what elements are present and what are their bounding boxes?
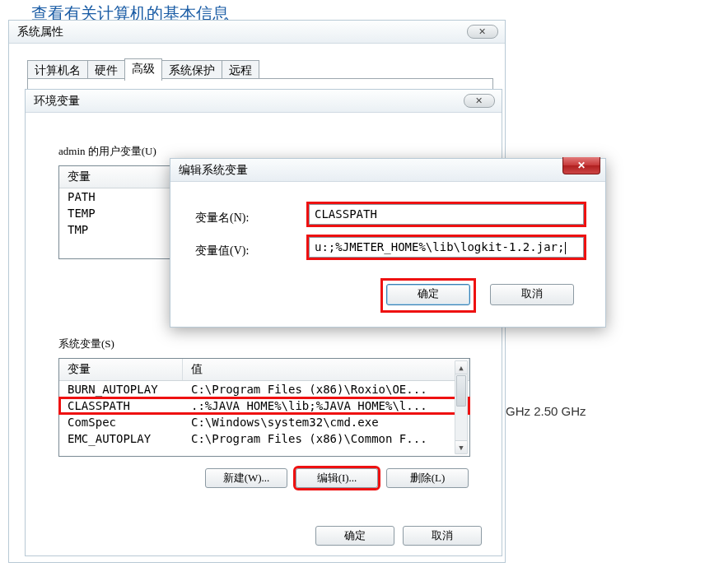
col-variable[interactable]: 变量 — [59, 166, 183, 188]
bg-ghz-text: GHz 2.50 GHz — [506, 404, 586, 418]
variable-value-text: u:;%JMETER_HOME%\lib\logkit-1.2.jar; — [315, 240, 564, 253]
table-row[interactable]: EMC_AUTOPLAY C:\Program Files (x86)\Comm… — [59, 430, 469, 447]
sysprops-title: 系统属性 — [17, 25, 63, 40]
new-button[interactable]: 新建(W)... — [205, 468, 287, 488]
user-vars-group-label: admin 的用户变量(U) — [58, 144, 156, 159]
col-value[interactable]: 值 — [183, 359, 469, 380]
close-icon[interactable]: ✕ — [467, 25, 498, 39]
editvar-title: 编辑系统变量 — [179, 163, 248, 178]
sys-var-value: C:\Program Files (x86)\Common F... — [183, 430, 469, 447]
table-row-classpath[interactable]: CLASSPATH .:%JAVA_HOME%\lib;%JAVA_HOME%\… — [59, 397, 469, 414]
table-row[interactable]: BURN_AUTOPLAY C:\Program Files (x86)\Rox… — [59, 381, 469, 397]
cancel-button[interactable]: 取消 — [403, 526, 482, 546]
edit-button[interactable]: 编辑(I)... — [296, 468, 378, 488]
close-icon[interactable]: ✕ — [464, 94, 495, 108]
sysprops-titlebar[interactable]: 系统属性 ✕ — [9, 21, 505, 44]
col-variable[interactable]: 变量 — [59, 359, 183, 380]
tab-advanced[interactable]: 高级 — [124, 58, 162, 81]
sys-var-value: .:%JAVA_HOME%\lib;%JAVA_HOME%\l... — [183, 397, 469, 414]
scrollbar[interactable]: ▲ ▼ — [455, 360, 468, 454]
sys-var-name: BURN_AUTOPLAY — [59, 381, 183, 397]
system-vars-listbox[interactable]: 变量 值 BURN_AUTOPLAY C:\Program Files (x86… — [58, 358, 470, 457]
envvars-title: 环境变量 — [34, 94, 80, 109]
sys-var-name: ComSpec — [59, 414, 183, 430]
variable-value-input[interactable]: u:;%JMETER_HOME%\lib\logkit-1.2.jar; — [309, 237, 584, 258]
user-var-name: TEMP — [59, 205, 183, 221]
edit-system-variable-dialog: 编辑系统变量 ✕ 变量名(N): CLASSPATH 变量值(V): u:;%J… — [170, 158, 606, 328]
variable-name-label: 变量名(N): — [195, 211, 249, 225]
user-var-name: TMP — [59, 221, 183, 238]
ok-button[interactable]: 确定 — [315, 526, 394, 546]
table-row[interactable]: ComSpec C:\Windows\system32\cmd.exe — [59, 414, 469, 430]
scroll-down-icon[interactable]: ▼ — [455, 440, 467, 453]
variable-value-label: 变量值(V): — [195, 244, 249, 258]
delete-button[interactable]: 删除(L) — [386, 468, 469, 488]
scroll-thumb[interactable] — [456, 375, 466, 407]
sys-var-value: C:\Windows\system32\cmd.exe — [183, 414, 469, 430]
cancel-button[interactable]: 取消 — [490, 284, 574, 305]
ok-button[interactable]: 确定 — [386, 284, 470, 305]
sys-list-header: 变量 值 — [59, 359, 469, 381]
sys-var-name: CLASSPATH — [59, 397, 183, 414]
sys-var-value: C:\Program Files (x86)\Roxio\OE... — [183, 381, 469, 397]
close-icon[interactable]: ✕ — [562, 157, 600, 174]
envvars-titlebar[interactable]: 环境变量 ✕ — [26, 90, 502, 113]
sys-var-name: EMC_AUTOPLAY — [59, 430, 183, 447]
text-cursor — [565, 242, 566, 254]
user-var-name: PATH — [59, 188, 183, 205]
scroll-up-icon[interactable]: ▲ — [455, 361, 467, 374]
sys-vars-group-label: 系统变量(S) — [58, 337, 114, 351]
editvar-titlebar[interactable]: 编辑系统变量 — [170, 159, 605, 182]
variable-name-input[interactable]: CLASSPATH — [309, 204, 584, 225]
